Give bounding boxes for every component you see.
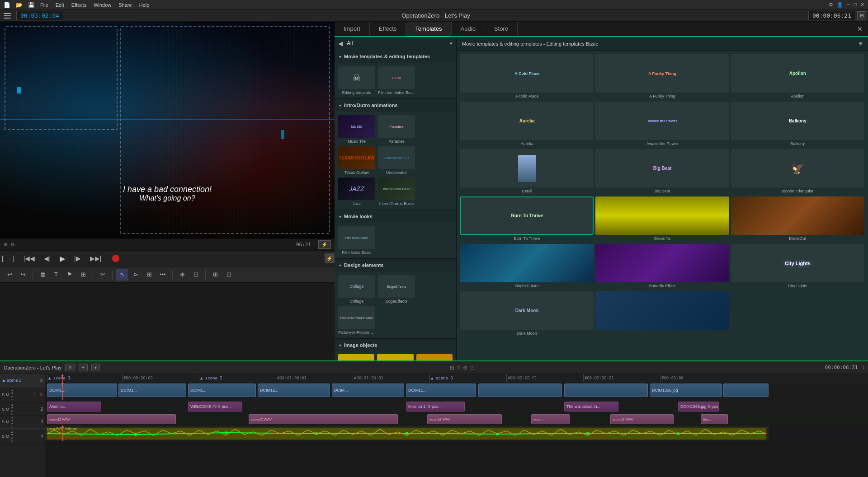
edge-effects-item[interactable]: EdgeEffects EdgeEffects (378, 275, 415, 304)
editing-template-item[interactable]: ☠ Editing template (338, 66, 375, 95)
user-icon[interactable]: 👤 (837, 2, 843, 8)
category-header-intro[interactable]: ▾ Intro/Outro animations (335, 99, 456, 112)
playhead-indicator[interactable] (62, 374, 63, 382)
grid-item-breakya[interactable]: Break Ya (595, 196, 729, 242)
cut-button[interactable]: ✂ (97, 269, 108, 281)
play-button[interactable]: ▶ (58, 253, 67, 265)
track-lock-3[interactable]: ⇔ (11, 422, 14, 425)
track-down-4[interactable]: ▼ (11, 433, 14, 436)
snap-button[interactable]: ⊞ (77, 269, 89, 281)
edit-menu[interactable]: Edit (56, 2, 64, 8)
track-down-3[interactable]: ▼ (11, 419, 14, 422)
track-more-2[interactable]: ≡ (11, 412, 14, 416)
ripple-button[interactable]: ⊳ (130, 269, 142, 281)
grid-item-extra1[interactable] (595, 291, 729, 337)
effects-menu[interactable]: Effects (71, 2, 86, 8)
grid-item-born[interactable]: Born To Thrive Born To Thrive (460, 196, 594, 242)
texas-item[interactable]: TEXAS OUTLAW Texas Outlaw (338, 146, 375, 175)
export-button[interactable]: ⊡ (223, 269, 235, 281)
solo-btn-3[interactable]: S (2, 420, 5, 424)
track-lock-4[interactable]: ⇔ (11, 436, 14, 440)
timeline-menu-btn[interactable]: ▾ (91, 364, 100, 371)
music-tile-item[interactable]: MUSIC Music Tile (338, 115, 375, 144)
settings-icon[interactable]: ⚙ (829, 2, 833, 8)
solo-btn-2[interactable]: S (2, 407, 5, 412)
close-timeline-btn[interactable]: ✕ (65, 364, 75, 371)
grid-item-butterfly[interactable]: Butterfly Effect (595, 244, 729, 290)
clip-dcim7[interactable] (478, 383, 562, 397)
jazz-item[interactable]: JAZZ Jazz (338, 178, 375, 206)
solo-btn-4[interactable]: S (2, 434, 5, 439)
grid-item-funky[interactable]: A Funky Thing A Funky Thing (595, 54, 729, 100)
mark-out-button[interactable]: ] (11, 253, 16, 264)
tab-effects[interactable]: Effects (370, 22, 406, 36)
grid-item-balkony[interactable]: Balkony Balkony (731, 102, 864, 147)
zoom-out-icon[interactable]: ⊖ (10, 242, 14, 248)
grid-item-bipolar[interactable]: 🦅 Bipolar Triangular (731, 149, 864, 195)
clip-dcim4[interactable]: DCIM12... (258, 383, 330, 397)
open-icon[interactable]: 📂 (16, 2, 23, 8)
timecode-right[interactable]: 00:00:06:21 (808, 11, 855, 20)
list-view-icon[interactable]: ≡ (457, 365, 460, 371)
paradise-item[interactable]: Paradise Paradise (378, 115, 415, 144)
grid-view-icon[interactable]: ⊞ (450, 365, 454, 371)
track-up-1[interactable]: ▲ (11, 388, 14, 392)
clip-sound2-3[interactable]: sound2.WAV (427, 414, 502, 424)
undo-button[interactable]: ↩ (4, 269, 15, 281)
timeline-settings-icon[interactable]: ⊡ (470, 365, 475, 371)
clip-sound2-2[interactable]: sound2.WAV (249, 414, 398, 424)
mute-btn-3[interactable]: M (6, 420, 9, 424)
clip-dcim8[interactable] (564, 383, 648, 397)
grid-item-aurelia[interactable]: Aurelia Aurelia (460, 102, 594, 147)
smart-button[interactable]: ⊞ (143, 269, 155, 281)
clip-sound2-1[interactable]: sound2.WAV (47, 414, 176, 424)
track-more-1[interactable]: ≡ (11, 398, 14, 401)
mute-btn-4[interactable]: M (6, 434, 9, 439)
maximize-icon[interactable]: □ (854, 2, 857, 8)
clip-text-alien[interactable]: Alien In... (47, 402, 101, 412)
category-header-looks[interactable]: ▾ Movie looks (335, 210, 456, 223)
zoom-in-icon[interactable]: ⊕ (4, 242, 8, 248)
hamburger-menu[interactable] (2, 10, 13, 21)
expand-grid-icon[interactable]: ⊞ (859, 41, 863, 47)
more-tools-button[interactable]: ⊞ (209, 269, 221, 281)
image-obj-1[interactable] (338, 354, 374, 360)
clip-dcim5[interactable]: DCIM... (332, 383, 404, 397)
tab-audio[interactable]: Audio (452, 22, 485, 36)
more-button[interactable]: ••• (157, 269, 169, 281)
expand-scenes[interactable]: ⊕ (39, 378, 43, 383)
clip-sound2-4[interactable]: soun... (531, 414, 570, 424)
next-frame-button[interactable]: |▶ (72, 253, 83, 264)
go-end-button[interactable]: ▶▶| (88, 253, 104, 264)
track-lock-1[interactable]: ⇔ (11, 395, 14, 398)
go-start-button[interactable]: |◀◀ (22, 253, 37, 264)
clip-text-mission[interactable]: Mission 1: X-pos... (406, 402, 465, 412)
track-down-2[interactable]: ▼ (11, 406, 14, 409)
track-close-1[interactable]: ✕ (39, 392, 43, 397)
close-icon[interactable]: ✕ (860, 2, 864, 8)
prev-frame-button[interactable]: ◀| (42, 253, 52, 264)
add-track-btn[interactable]: + (79, 364, 88, 371)
window-menu[interactable]: Window (94, 2, 111, 8)
clip-dcim6[interactable]: DCIM11... (406, 383, 476, 397)
lightning-icon[interactable]: ⚡ (318, 240, 331, 249)
clip-text-war[interactable]: The war about th... (564, 402, 618, 412)
grid-item-bigbeat[interactable]: Big Beat Big Beat (595, 149, 729, 195)
clip-dcim3[interactable]: DCIM1... (188, 383, 256, 397)
back-button[interactable]: ◀ (338, 40, 343, 47)
category-header-movie[interactable]: ▾ Movie templates & editing templates (335, 50, 456, 63)
track-lock-2[interactable]: ⇔ (11, 409, 14, 412)
expand-button[interactable]: ⊞ (857, 11, 866, 20)
grid-item-brightfuture[interactable]: Bright Future (460, 244, 594, 290)
help-menu[interactable]: Help (139, 2, 150, 8)
category-header-design[interactable]: ▾ Design elements (335, 259, 456, 271)
tab-store[interactable]: Store (485, 22, 518, 36)
pip-item[interactable]: Picture-in-Picture Basic Picture-in-Pict… (338, 306, 375, 335)
clip-text-welcome[interactable]: WELCOME IN X-pos... (188, 402, 242, 412)
track-up-2[interactable]: ▲ (11, 403, 14, 406)
image-obj-2[interactable] (377, 354, 413, 360)
solo-btn-1[interactable]: S (2, 393, 5, 397)
intros-item[interactable]: Intros/Outros Basic Intros/Outros Basic (378, 178, 415, 206)
share-menu[interactable]: Share (118, 2, 132, 8)
delete-button[interactable]: 🗑 (37, 269, 48, 281)
